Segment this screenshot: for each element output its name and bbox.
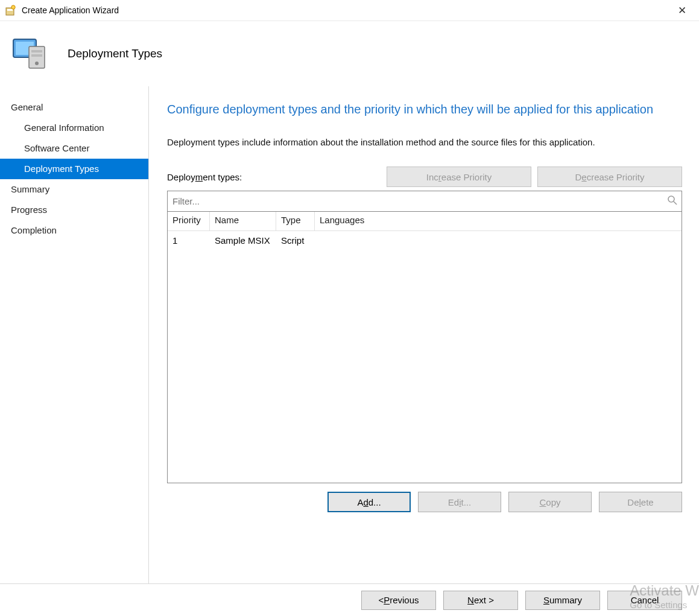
grid-body: 1 Sample MSIX Script	[168, 231, 682, 483]
deployment-types-label: Deployment types:	[167, 172, 381, 182]
cell-name: Sample MSIX	[210, 232, 276, 249]
main-description: Deployment types include information abo…	[167, 137, 682, 147]
close-button[interactable]: ✕	[670, 4, 694, 17]
filter-input[interactable]	[171, 195, 667, 207]
grid-header: Priority Name Type Languages	[168, 212, 682, 231]
deployment-types-grid[interactable]: Priority Name Type Languages 1 Sample MS…	[167, 212, 682, 483]
add-button[interactable]: Add...	[327, 492, 411, 512]
wizard-sidebar: General General Information Software Cen…	[0, 86, 149, 583]
svg-point-8	[35, 62, 39, 65]
summary-button[interactable]: Summary	[525, 591, 600, 610]
app-icon	[5, 4, 17, 16]
window-title: Create Application Wizard	[22, 5, 670, 15]
grid-action-buttons: Add... Edit... Copy Delete	[167, 492, 682, 512]
column-priority[interactable]: Priority	[168, 212, 210, 230]
column-name[interactable]: Name	[210, 212, 276, 230]
svg-point-2	[11, 5, 15, 9]
table-row[interactable]: 1 Sample MSIX Script	[168, 231, 682, 249]
decrease-priority-button: Decrease Priority	[537, 167, 682, 187]
next-button[interactable]: Next >	[443, 591, 518, 610]
delete-button: Delete	[599, 492, 682, 512]
sidebar-item-completion[interactable]: Completion	[0, 220, 148, 241]
sidebar-item-summary[interactable]: Summary	[0, 179, 148, 200]
cell-type: Script	[276, 232, 315, 249]
cell-languages	[315, 237, 682, 243]
filter-box[interactable]	[167, 191, 682, 212]
main-pane: Configure deployment types and the prior…	[149, 86, 699, 583]
previous-button[interactable]: < Previous	[361, 591, 436, 610]
svg-point-9	[668, 196, 674, 202]
edit-button: Edit...	[418, 492, 501, 512]
main-heading: Configure deployment types and the prior…	[167, 101, 674, 118]
column-languages[interactable]: Languages	[315, 212, 682, 230]
svg-rect-1	[7, 9, 13, 11]
sidebar-item-deployment-types[interactable]: Deployment Types	[0, 159, 148, 179]
increase-priority-button: Increase Priority	[387, 167, 531, 187]
titlebar: Create Application Wizard ✕	[0, 0, 699, 21]
page-title: Deployment Types	[68, 47, 162, 60]
cell-priority: 1	[168, 232, 210, 249]
sidebar-item-software-center[interactable]: Software Center	[0, 138, 148, 159]
copy-button: Copy	[508, 492, 592, 512]
svg-line-10	[674, 202, 677, 205]
wizard-footer: < Previous Next > Summary Cancel	[0, 583, 699, 616]
svg-rect-6	[31, 50, 42, 52]
sidebar-item-general[interactable]: General	[0, 97, 148, 118]
search-icon	[667, 195, 678, 208]
wizard-header: Deployment Types	[0, 21, 699, 86]
cancel-button[interactable]: Cancel	[607, 591, 682, 610]
column-type[interactable]: Type	[276, 212, 315, 230]
computer-icon	[12, 34, 51, 73]
svg-rect-7	[31, 54, 42, 57]
sidebar-item-progress[interactable]: Progress	[0, 200, 148, 220]
sidebar-item-general-information[interactable]: General Information	[0, 118, 148, 138]
